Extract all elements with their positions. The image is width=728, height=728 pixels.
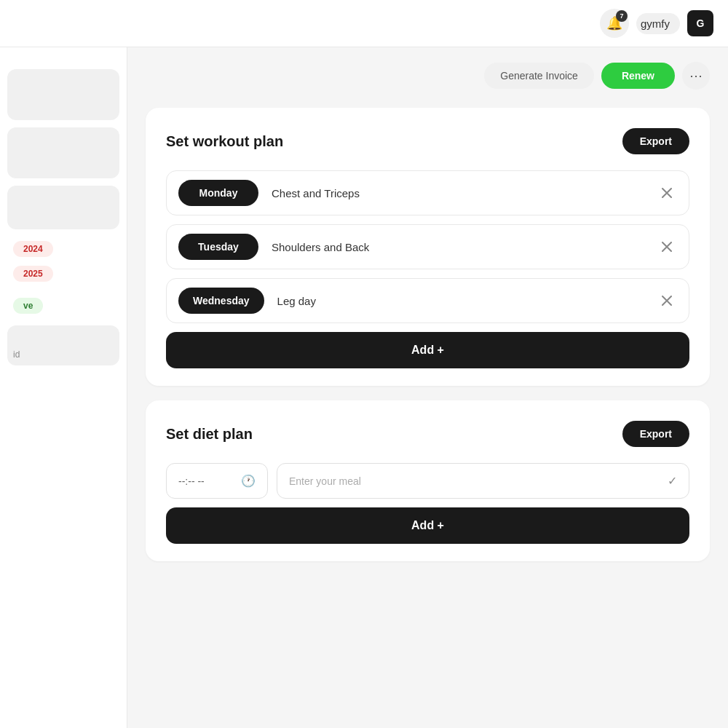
workout-export-button[interactable]: Export [622,128,689,154]
diet-plan-header: Set diet plan Export [166,421,689,447]
brand-label: gymfy [641,17,670,30]
workout-row-monday: Monday Chest and Triceps [166,170,689,215]
diet-export-button[interactable]: Export [622,421,689,447]
workout-row-tuesday: Tuesday Shoulders and Back [166,224,689,269]
notification-button[interactable]: 🔔 7 [600,9,629,38]
sidebar-card-1 [7,69,119,120]
workout-plan-title: Set workout plan [166,133,283,150]
sidebar-year-section: 2024 2025 [7,237,119,286]
day-badge-monday: Monday [178,180,258,206]
remove-monday-button[interactable] [657,183,677,203]
close-icon-monday [662,188,672,198]
generate-invoice-button[interactable]: Generate Invoice [484,63,594,89]
action-row: Generate Invoice Renew ⋯ [146,62,710,90]
remove-wednesday-button[interactable] [657,290,677,311]
workout-plan-header: Set workout plan Export [166,128,689,154]
time-value: --:-- -- [178,475,235,487]
workout-name-tuesday: Shoulders and Back [272,241,644,253]
diet-input-row: --:-- -- 🕐 Enter your meal ✓ [166,463,689,499]
day-badge-tuesday: Tuesday [178,234,258,260]
day-badge-wednesday: Wednesday [178,288,264,314]
user-avatar[interactable]: G [687,10,713,36]
sidebar-badge-2024: 2024 [13,241,53,257]
diet-plan-title: Set diet plan [166,426,253,443]
sidebar-active-badge: ve [13,298,43,314]
notification-badge: 7 [616,10,628,22]
sidebar-card-3 [7,186,119,229]
time-input[interactable]: --:-- -- 🕐 [166,463,268,499]
brand-container: gymfy [636,13,680,34]
more-icon: ⋯ [689,68,703,84]
sidebar-card-2 [7,127,119,178]
sidebar-id-label: id [13,349,20,360]
workout-row-wednesday: Wednesday Leg day [166,278,689,323]
workout-name-wednesday: Leg day [277,295,644,307]
meal-placeholder: Enter your meal [289,475,361,487]
sidebar-content: 2024 2025 ve id [7,62,119,365]
diet-plan-card: Set diet plan Export --:-- -- 🕐 Enter yo… [146,400,710,561]
more-options-button[interactable]: ⋯ [682,62,710,90]
topbar: 🔔 7 gymfy G [0,0,728,47]
main-content: Generate Invoice Renew ⋯ Set workout pla… [127,47,728,728]
sidebar-small-card: id [7,325,119,365]
diet-add-button[interactable]: Add + [166,507,689,544]
checkmark-icon: ✓ [668,474,677,488]
sidebar-active-section: ve [7,293,119,318]
sidebar-badge-2025: 2025 [13,266,53,282]
workout-plan-card: Set workout plan Export Monday Chest and… [146,108,710,386]
renew-button[interactable]: Renew [601,63,675,89]
meal-input[interactable]: Enter your meal ✓ [277,463,689,499]
workout-name-monday: Chest and Triceps [272,187,644,199]
clock-icon: 🕐 [241,474,256,488]
close-icon-wednesday [662,296,672,306]
remove-tuesday-button[interactable] [657,237,677,257]
close-icon-tuesday [662,242,672,252]
sidebar-left: 2024 2025 ve id [0,47,127,728]
workout-add-button[interactable]: Add + [166,332,689,368]
